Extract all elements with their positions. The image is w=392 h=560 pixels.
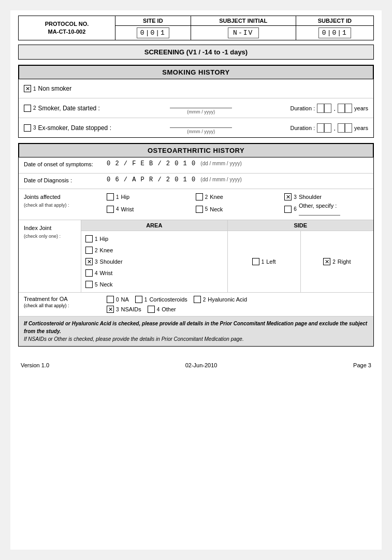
dur-box-4 xyxy=(345,104,352,113)
footer: Version 1.0 02-Jun-2010 Page 3 xyxy=(18,362,374,368)
area-neck-label: Neck xyxy=(100,281,113,288)
smoker-duration-label: Duration : xyxy=(291,105,315,111)
ex-smoker-checkbox-label: 3 Ex-smoker, Date stopped : xyxy=(24,124,112,132)
site-id-value: 0|0|1 xyxy=(115,26,191,40)
area-hip-checkbox[interactable] xyxy=(85,235,93,242)
joint-neck: 5 Neck xyxy=(196,203,280,216)
treatment-main-label: Treatment for OA xyxy=(24,296,107,302)
treatment-options: 0 NA 1 Corticosteroids 2 Hyaluronic Acid xyxy=(107,296,368,313)
smoker-years-label: years xyxy=(354,105,368,111)
subject-id-value: 0|0|1 xyxy=(296,26,373,40)
treatment-nsaids-label: NSAIDs xyxy=(121,306,141,312)
area-hip-label: Hip xyxy=(100,236,109,242)
treatment-corticosteroids: 1 Corticosteroids xyxy=(135,296,187,303)
smoker-date-field: (mmm / yyyy) xyxy=(112,102,291,114)
treatment-other-checkbox[interactable] xyxy=(148,306,155,313)
treatment-hyaluronic-checkbox[interactable] xyxy=(194,296,201,303)
smoking-history-title: SMOKING HISTORY xyxy=(19,65,373,79)
area-shoulder-checkbox[interactable] xyxy=(85,258,93,265)
subject-initial-box: N-IV xyxy=(228,27,259,38)
ex-dur-box-4 xyxy=(345,123,352,133)
joint-neck-label: Neck xyxy=(210,206,223,212)
joint-other: 6 Other, specify : xyxy=(284,203,368,216)
treatment-other-label: Other xyxy=(162,306,176,312)
joint-wrist-checkbox[interactable] xyxy=(107,206,114,213)
subject-initial-header: SUBJECT INITIAL xyxy=(191,16,296,26)
subject-id-header: SUBJECT ID xyxy=(296,16,373,26)
joint-shoulder: 3 Shoulder xyxy=(284,193,368,200)
smoker-duration-boxes xyxy=(317,104,331,113)
footer-page: Page 3 xyxy=(353,362,371,368)
joint-hip: 1 Hip xyxy=(107,193,191,200)
site-id-box: 0|0|1 xyxy=(137,27,169,38)
smoker-checkbox[interactable] xyxy=(24,105,31,112)
dur-dot-1: . xyxy=(333,104,336,113)
ex-dur-box-1 xyxy=(317,123,324,133)
smoker-date-line xyxy=(170,102,232,108)
site-id-header: SITE ID xyxy=(115,16,191,26)
ex-smoker-duration-boxes xyxy=(317,123,331,133)
area-neck-checkbox[interactable] xyxy=(85,281,93,288)
non-smoker-checkbox[interactable] xyxy=(24,85,31,92)
joint-wrist-label: Wrist xyxy=(121,206,134,212)
dur-box-2 xyxy=(324,104,331,113)
treatment-na-checkbox[interactable] xyxy=(107,296,114,303)
protocol-value: MA-CT-10-002 xyxy=(22,28,112,36)
index-joint-main-label: Index Joint xyxy=(24,224,76,232)
side-left-checkbox[interactable] xyxy=(252,258,259,265)
area-knee-checkbox[interactable] xyxy=(85,247,93,254)
ex-smoker-checkbox[interactable] xyxy=(24,124,31,132)
screening-banner: SCREENING (V1 / -14 to -1 days) xyxy=(18,45,374,60)
diagnosis-format: (dd / mmm / yyyy) xyxy=(200,177,241,182)
treatment-other: 4 Other xyxy=(148,306,176,313)
onset-row: Date of onset of symptoms: 0 2 / F E B /… xyxy=(19,157,373,173)
joint-knee: 2 Knee xyxy=(196,193,280,200)
smoker-duration-boxes-2 xyxy=(338,104,352,113)
treatment-corticosteroids-checkbox[interactable] xyxy=(135,296,142,303)
side-column: SIDE 1 Left 2 Right xyxy=(228,220,374,292)
side-left: 1 Left xyxy=(228,231,301,292)
smoker-num: 2 xyxy=(33,105,36,111)
area-items: 1 Hip 2 Knee 3 Shoulder xyxy=(81,231,227,292)
onset-format: (dd / mmm / yyyy) xyxy=(200,161,241,166)
ex-dur-box-2 xyxy=(324,123,331,133)
treatment-label: Treatment for OA (check all that apply) … xyxy=(24,296,107,308)
treatment-hyaluronic: 2 Hyaluronic Acid xyxy=(194,296,247,303)
area-shoulder-label: Shoulder xyxy=(100,259,123,265)
onset-label: Date of onset of symptoms: xyxy=(24,160,107,167)
diagnosis-row: Date of Diagnosis : 0 6 / A P R / 2 0 1 … xyxy=(19,173,373,189)
smoker-date-format: (mmm / yyyy) xyxy=(112,109,291,114)
treatment-sublabel: (check all that apply) : xyxy=(24,303,69,308)
treatment-nsaids-checkbox[interactable] xyxy=(107,306,114,313)
side-right-checkbox[interactable] xyxy=(323,258,330,265)
ex-smoker-years-label: years xyxy=(354,125,368,131)
ex-smoker-label: Ex-smoker, Date stopped : xyxy=(38,124,111,132)
ex-smoker-duration-label: Duration : xyxy=(291,125,315,131)
area-wrist-checkbox[interactable] xyxy=(85,269,93,277)
protocol-cell: PROTOCOL NO. MA-CT-10-002 xyxy=(19,16,115,40)
page: PROTOCOL NO. MA-CT-10-002 SITE ID SUBJEC… xyxy=(10,10,382,550)
joint-hip-checkbox[interactable] xyxy=(107,193,114,200)
diagnosis-value: 0 6 / A P R / 2 0 1 0 (dd / mmm / yyyy) xyxy=(107,176,368,183)
joint-neck-checkbox[interactable] xyxy=(196,206,203,213)
note-box: If Corticosteroid or Hyaluronic Acid is … xyxy=(19,316,373,346)
ex-smoker-date-line xyxy=(170,121,232,128)
dur-box-3 xyxy=(338,104,345,113)
joint-knee-checkbox[interactable] xyxy=(196,193,203,200)
index-joint-sublabel: (check only one) : xyxy=(24,234,61,239)
onset-value: 0 2 / F E B / 2 0 1 0 (dd / mmm / yyyy) xyxy=(107,160,368,167)
protocol-label: PROTOCOL NO. xyxy=(22,20,112,28)
side-left-label: Left xyxy=(266,259,275,265)
area-hip: 1 Hip xyxy=(85,233,223,245)
ex-smoker-num: 3 xyxy=(33,125,36,131)
treatment-line-2: 3 NSAIDs 4 Other xyxy=(107,306,368,313)
header-table: PROTOCOL NO. MA-CT-10-002 SITE ID SUBJEC… xyxy=(18,16,374,40)
joint-hip-label: Hip xyxy=(121,194,130,200)
ex-smoker-date-field: (mmm / yyyy) xyxy=(112,121,291,134)
joint-shoulder-checkbox[interactable] xyxy=(284,193,292,200)
area-knee: 2 Knee xyxy=(85,245,223,256)
smoker-row: 2 Smoker, Date started : (mmm / yyyy) Du… xyxy=(19,98,373,118)
dur-box-1 xyxy=(317,104,324,113)
treatment-line-1: 0 NA 1 Corticosteroids 2 Hyaluronic Acid xyxy=(107,296,368,303)
joint-other-checkbox[interactable] xyxy=(284,206,292,213)
